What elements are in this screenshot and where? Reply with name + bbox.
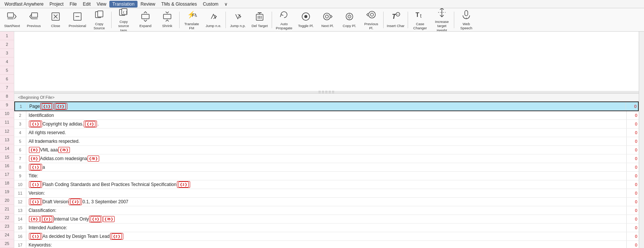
row-number-9[interactable]: 9 [0,101,14,109]
segment-source[interactable]: ❬B❭VML aaa❬/B❭ [26,146,627,154]
svg-point-27 [304,15,307,18]
segment-source[interactable]: Classification: [26,206,627,215]
row-number-18[interactable]: 18 [0,179,14,188]
table-row[interactable]: 11Version:0 [14,189,639,198]
segment-source[interactable]: ❬1❭ As decided by Design Team Lead❬2❭ [26,232,627,240]
web-speech-button[interactable]: Web Speech [456,9,477,30]
table-row[interactable]: 17Keywordss:0 [14,241,639,248]
row-number-19[interactable]: 19 [0,188,14,196]
table-row[interactable]: 15Intended Audience:0 [14,224,639,232]
row-number-25[interactable]: 25 [0,239,14,248]
menu-item-custom[interactable]: Custom [200,1,221,8]
provisional-button[interactable]: Provisional [67,9,88,30]
row-number-6[interactable]: 6 [0,75,14,83]
next-pl-button[interactable]: Next Pl. [317,9,338,30]
editor-area[interactable]: ⠿⠿⠿⠿⠿ [14,32,639,94]
insert-char-button[interactable]: T+Insert Char [385,9,406,30]
segment-source[interactable]: Title: [26,172,627,180]
copy-pl-button[interactable]: Copy Pl. [339,9,360,30]
menu-item-file[interactable]: File [67,1,80,8]
previous-button[interactable]: Previous [23,9,44,30]
table-row[interactable]: 3❬1❭ Copyright by adidas. ❬2❭.0 [14,120,639,129]
row-number-7[interactable]: 7 [0,83,14,92]
row-number-1[interactable]: 1 [0,32,14,40]
table-row[interactable]: 7❬B❭Adidas.com readesigna❬/B❭0 [14,154,639,163]
jump-ne-button[interactable]: Jump n.e. [203,9,224,30]
row-number-2[interactable]: 2 [0,40,14,49]
table-row[interactable]: 13Classification:0 [14,206,639,215]
previous-pl-button[interactable]: Previous Pl. [361,9,382,30]
increase-target-height-button[interactable]: Increase target Height [431,9,452,30]
menu-item-project[interactable]: Project [47,1,67,8]
menu-item-tms-&-glossaries[interactable]: TMs & Glossaries [158,1,200,8]
right-scrollbar[interactable] [639,32,644,248]
menu-item-view[interactable]: View [94,1,109,8]
segment-source[interactable]: ❬B❭❬2❭Internal Use Only❬3❭❬/B❭ [26,215,627,223]
segment-source[interactable]: Keywordss: [26,241,627,248]
menu-item-translation[interactable]: Translation [109,1,138,8]
segment-source[interactable]: All rights reserved. [26,129,627,137]
table-row[interactable]: 16❬1❭ As decided by Design Team Lead❬2❭0 [14,232,639,241]
row-number-5[interactable]: 5 [0,66,14,75]
table-row[interactable]: 5All trademarks respected.0 [14,137,639,146]
segment-source[interactable]: ❬1❭ Copyright by adidas. ❬2❭. [26,120,627,128]
row-number-16[interactable]: 16 [0,162,14,170]
close-button[interactable]: Close [45,9,66,30]
del-target-button[interactable]: Del Target [249,9,270,30]
menu-item-wordfast-anywhere[interactable]: Wordfast Anywhere [2,1,47,8]
table-row[interactable]: 8❬1❭ a0 [14,163,639,172]
segment-count: 0 [627,163,639,171]
row-number-15[interactable]: 15 [0,153,14,162]
row-number-21[interactable]: 21 [0,205,14,213]
drag-handle[interactable]: ⠿⠿⠿⠿⠿ [14,91,639,93]
row-number-3[interactable]: 3 [0,49,14,57]
segment-source[interactable]: Identification [26,111,627,119]
segment-source[interactable]: Version: [26,189,627,197]
table-row[interactable]: 14❬B❭❬2❭Internal Use Only❬3❭❬/B❭0 [14,215,639,224]
translate-fm-button[interactable]: ⚡FMTranslate FM [181,9,202,30]
copy-source-button[interactable]: Copy Source [89,9,110,30]
table-row[interactable]: 4All rights reserved.0 [14,129,639,137]
segment-source[interactable]: ❬1❭ Draft Version ❬2❭0.1, 3 September 20… [26,198,627,206]
segment-source[interactable]: ❬1❭ Flash Coding Standards and Best Prac… [26,180,627,189]
svg-text:+: + [397,13,399,16]
jump-np-button[interactable]: Jump n.p. [227,9,248,30]
row-number-10[interactable]: 10 [0,109,14,118]
table-row[interactable]: 12❬1❭ Draft Version ❬2❭0.1, 3 September … [14,198,639,206]
start-next-label: Start/Next [4,24,20,28]
toggle-pl-button[interactable]: Toggle Pl. [295,9,316,30]
row-number-8[interactable]: 8 [0,92,14,101]
table-row[interactable]: 9Title:0 [14,172,639,180]
menu-item-review[interactable]: Review [138,1,158,8]
menu-item-edit[interactable]: Edit [80,1,94,8]
expand-button[interactable]: Expand [135,9,156,30]
row-number-4[interactable]: 4 [0,57,14,66]
segment-source[interactable]: Intended Audience: [26,224,627,232]
copy-source-tags-button[interactable]: ❬❭Copy source tags [113,9,134,30]
row-number-17[interactable]: 17 [0,170,14,179]
row-number-24[interactable]: 24 [0,231,14,239]
start-next-button[interactable]: Start/Next [2,9,23,30]
table-row[interactable]: 6❬B❭VML aaa❬/B❭0 [14,146,639,154]
row-number-23[interactable]: 23 [0,222,14,231]
case-changer-button[interactable]: TtCase Changer [410,9,431,30]
table-row[interactable]: 10❬1❭ Flash Coding Standards and Best Pr… [14,180,639,189]
row-number-22[interactable]: 22 [0,213,14,222]
menu-item-∨[interactable]: ∨ [221,1,231,8]
row-number-14[interactable]: 14 [0,144,14,153]
row-number-13[interactable]: 13 [0,136,14,144]
row-number-12[interactable]: 12 [0,127,14,136]
table-row[interactable]: 2Identification0 [14,111,639,120]
tag-open: ❬B❭ [29,147,40,153]
row-number-20[interactable]: 20 [0,196,14,205]
segment-source[interactable]: Page ❬1❭❬2❭ [27,102,626,110]
row-number-11[interactable]: 11 [0,118,14,127]
table-row[interactable]: 1Page ❬1❭❬2❭0 [14,101,639,111]
content-area: ⠿⠿⠿⠿⠿ <Beginning Of File> 1Page ❬1❭❬2❭02… [14,32,639,248]
segment-source[interactable]: ❬B❭Adidas.com readesigna❬/B❭ [26,154,627,163]
auto-propagate-button[interactable]: Auto Propagate [274,9,295,30]
segment-source[interactable]: ❬1❭ a [26,163,627,171]
shrink-button[interactable]: Shrink [157,9,178,30]
segment-area[interactable]: 1Page ❬1❭❬2❭02Identification03❬1❭ Copyri… [14,101,639,248]
segment-source[interactable]: All trademarks respected. [26,137,627,145]
